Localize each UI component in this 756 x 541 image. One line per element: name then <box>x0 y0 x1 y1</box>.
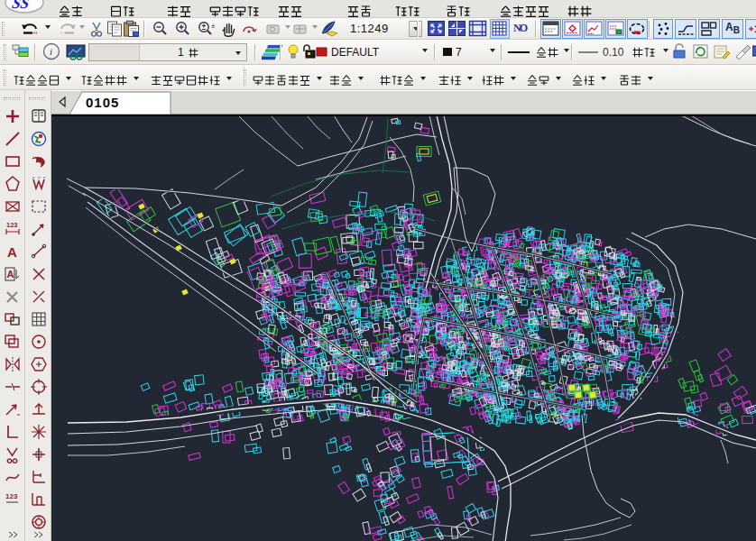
svg-text:A: A <box>6 269 14 280</box>
svg-text:±: ± <box>211 22 216 30</box>
svg-text:123: 123 <box>5 492 18 500</box>
svg-text:123: 123 <box>6 221 18 229</box>
svg-text:i: i <box>50 46 52 57</box>
